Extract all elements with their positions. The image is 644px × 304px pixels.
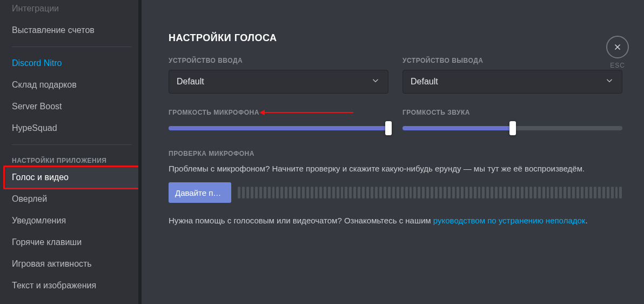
annotation-arrow: [261, 112, 353, 113]
output-device-value: Default: [411, 77, 438, 87]
chevron-down-icon: [371, 76, 380, 88]
output-device-select[interactable]: Default: [403, 70, 622, 94]
mic-check-description: Проблемы с микрофоном? Начните проверку …: [169, 163, 622, 175]
output-device-label: УСТРОЙСТВО ВЫВОДА: [403, 57, 622, 64]
sidebar-item-hypesquad[interactable]: HypeSquad: [5, 117, 138, 139]
sidebar-item-text-images[interactable]: Текст и изображения: [5, 275, 138, 296]
sidebar-item-server-boost[interactable]: Server Boost: [5, 96, 138, 117]
sidebar-item-discord-nitro[interactable]: Discord Nitro: [5, 52, 138, 74]
chevron-down-icon: [605, 76, 614, 88]
close-esc-label: ESC: [606, 62, 629, 69]
sidebar-item-game-activity[interactable]: Игровая активность: [5, 253, 138, 275]
output-volume-label: ГРОМКОСТЬ ЗВУКА: [403, 109, 622, 116]
troubleshooting-link[interactable]: руководством по устранению неполадок: [433, 216, 586, 225]
sidebar-item-overlay[interactable]: Оверлей: [5, 188, 138, 210]
help-prefix: Нужна помощь с голосовым или видеочатом?…: [169, 216, 433, 225]
sidebar-item-billing[interactable]: Выставление счетов: [5, 19, 138, 41]
mic-check-header: ПРОВЕРКА МИКРОФОНА: [169, 150, 622, 157]
input-device-label: УСТРОЙСТВО ВВОДА: [169, 57, 388, 64]
sidebar-item-gift-inventory[interactable]: Склад подарков: [5, 74, 138, 96]
sidebar-item-keybinds[interactable]: Горячие клавиши: [5, 232, 138, 253]
help-suffix: .: [585, 216, 587, 225]
help-text: Нужна помощь с голосовым или видеочатом?…: [169, 215, 622, 227]
sidebar-item-voice-video[interactable]: Голос и видео: [5, 167, 138, 188]
sidebar-section-header-app: НАСТРОЙКИ ПРИЛОЖЕНИЯ: [5, 150, 138, 167]
input-device-select[interactable]: Default: [169, 70, 388, 94]
sidebar-item-notifications[interactable]: Уведомления: [5, 210, 138, 232]
sidebar-item-integrations[interactable]: Интеграции: [5, 0, 138, 19]
close-button[interactable]: [606, 36, 629, 58]
settings-sidebar: Интеграции Выставление счетов Discord Ni…: [0, 0, 142, 304]
sidebar-divider: [12, 144, 132, 145]
output-volume-slider[interactable]: [403, 122, 622, 135]
settings-main: НАСТРОЙКИ ГОЛОСА УСТРОЙСТВО ВВОДА Defaul…: [142, 0, 644, 304]
sidebar-divider: [12, 47, 132, 47]
page-title: НАСТРОЙКИ ГОЛОСА: [169, 32, 622, 44]
mic-test-button[interactable]: Давайте пр…: [169, 182, 231, 203]
close-icon: [613, 42, 622, 52]
mic-level-meter: [238, 187, 622, 199]
mic-volume-slider[interactable]: [169, 122, 388, 135]
input-device-value: Default: [177, 77, 204, 87]
